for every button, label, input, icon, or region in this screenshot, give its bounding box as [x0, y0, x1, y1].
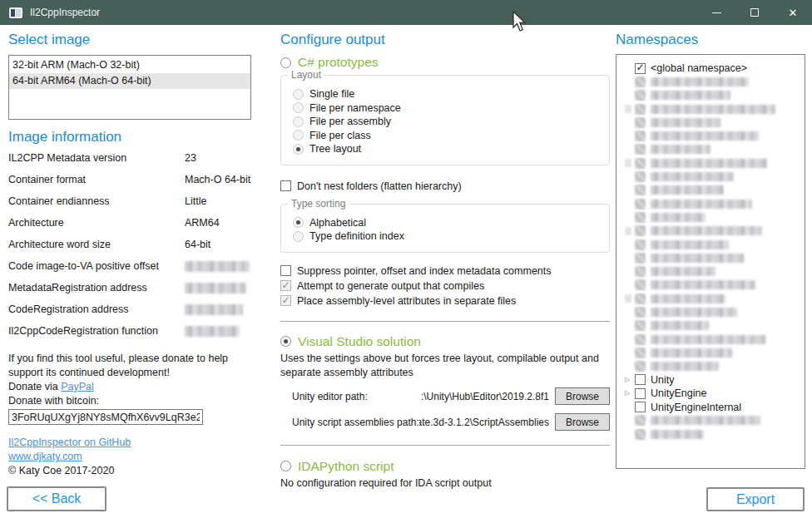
image-list-item[interactable]: 32-bit ARM (Mach-O 32-bit): [9, 57, 250, 73]
namespace-item-unityengine[interactable]: ▷ UnityEngine: [616, 387, 805, 400]
namespace-item-redacted[interactable]: [616, 224, 805, 238]
redacted-namespace-text: [651, 267, 715, 276]
app-icon: [9, 7, 22, 18]
namespace-item-redacted[interactable]: [616, 319, 805, 333]
radio-visual-studio-solution[interactable]: Visual Studio solution: [280, 334, 610, 349]
checkbox-icon: [635, 374, 646, 385]
namespace-item-redacted[interactable]: [616, 156, 805, 170]
copyright-text: © Katy Coe 2017-2020: [8, 464, 251, 478]
radio-idapython-script[interactable]: IDAPython script: [280, 459, 610, 474]
namespace-item-redacted[interactable]: [616, 346, 805, 359]
namespace-item-redacted[interactable]: [616, 143, 805, 156]
image-listbox[interactable]: 32-bit ARM (Mach-O 32-bit) 64-bit ARM64 …: [8, 55, 251, 120]
namespace-item-redacted[interactable]: [616, 129, 805, 142]
unity-script-path-field[interactable]: ate.3d-3.1.2\ScriptAssemblies: [419, 417, 555, 428]
info-label: Code image-to-VA positive offset: [8, 260, 185, 272]
namespace-item-redacted[interactable]: [616, 210, 805, 224]
table-row: Container endianness Little: [8, 195, 251, 217]
namespace-item-redacted[interactable]: [616, 279, 805, 292]
donate-text: If you find this tool useful, please don…: [8, 352, 251, 380]
expander-redacted: [625, 159, 631, 167]
paypal-link[interactable]: PayPal: [61, 381, 94, 392]
table-row: IL2CPP Metadata version 23: [8, 152, 251, 174]
radio-csharp-prototypes[interactable]: C# prototypes: [280, 55, 610, 70]
checkbox-compilable-output[interactable]: ✓ Attempt to generate output that compil…: [280, 279, 610, 294]
expander-redacted: [625, 294, 631, 303]
redacted-namespace-text: [651, 77, 749, 86]
redacted-namespace-text: [651, 430, 704, 439]
namespace-item-redacted[interactable]: [616, 89, 805, 102]
minimize-button[interactable]: [697, 0, 735, 25]
checkbox-label: Place assembly-level attributes in separ…: [297, 295, 516, 307]
info-value: 23: [185, 152, 251, 164]
namespace-item-redacted[interactable]: [616, 102, 805, 116]
browse-script-path-button[interactable]: Browse: [555, 413, 610, 431]
namespace-item-redacted[interactable]: [616, 414, 805, 427]
layout-groupbox: Layout Single file File per namespace Fi…: [280, 75, 610, 165]
namespace-item-redacted[interactable]: [616, 197, 805, 210]
checkbox-icon-checked: ✓: [635, 63, 646, 74]
namespace-item-unityengineinternal[interactable]: UnityEngineInternal: [616, 400, 805, 413]
namespace-item-redacted[interactable]: [616, 116, 805, 129]
namespace-item-unity[interactable]: ▷ Unity: [616, 373, 805, 387]
radio-alphabetical[interactable]: Alphabetical: [293, 216, 601, 229]
close-button[interactable]: ✕: [774, 0, 812, 25]
namespace-item-redacted[interactable]: [616, 238, 805, 251]
checkbox-redacted: [635, 253, 646, 264]
redacted-namespace-text: [651, 348, 732, 358]
info-label: Container endianness: [8, 195, 185, 207]
radio-single-file[interactable]: Single file: [293, 87, 601, 101]
info-label: IL2CPP Metadata version: [8, 152, 185, 164]
image-list-item-selected[interactable]: 64-bit ARM64 (Mach-O 64-bit): [9, 73, 250, 89]
radio-icon: [293, 102, 304, 113]
radio-file-per-assembly[interactable]: File per assembly: [293, 115, 601, 128]
namespace-item-redacted[interactable]: [616, 264, 805, 278]
radio-label: C# prototypes: [298, 55, 379, 70]
namespace-item-redacted[interactable]: [616, 251, 805, 264]
unity-editor-path-field[interactable]: :\Unity\Hub\Editor\2019.2.8f1: [368, 391, 555, 402]
bitcoin-address-input[interactable]: [8, 409, 203, 425]
github-link[interactable]: Il2CppInspector on GitHub: [8, 437, 131, 448]
radio-icon: [293, 130, 304, 141]
checkbox-redacted: [635, 76, 646, 87]
radio-tree-layout[interactable]: Tree layout: [293, 142, 601, 155]
namespace-item-redacted[interactable]: [616, 292, 805, 305]
checkbox-redacted: [635, 429, 646, 440]
namespace-item-redacted[interactable]: [616, 305, 805, 318]
export-button[interactable]: Export: [706, 487, 805, 511]
namespaces-listbox[interactable]: ✓ <global namespace> ▷ Unity ▷ UnityEngi…: [616, 54, 805, 469]
checkbox-redacted: [635, 348, 646, 358]
radio-file-per-namespace[interactable]: File per namespace: [293, 101, 601, 115]
table-row: CodeRegistration address: [8, 303, 251, 325]
checkbox-icon: [280, 265, 291, 276]
checkbox-redacted: [635, 320, 646, 331]
expander-icon[interactable]: ▷: [625, 390, 635, 397]
radio-label: File per assembly: [309, 116, 391, 127]
namespace-item-redacted[interactable]: [616, 333, 805, 346]
radio-type-definition-index[interactable]: Type definition index: [293, 229, 601, 243]
donate-bitcoin-label: Donate with bitcoin:: [8, 394, 251, 408]
namespace-item-redacted[interactable]: [616, 360, 805, 373]
namespace-item-global[interactable]: ✓ <global namespace>: [616, 62, 805, 75]
checkbox-separate-attribute-files[interactable]: ✓ Place assembly-level attributes in sep…: [280, 294, 610, 308]
browse-editor-path-button[interactable]: Browse: [555, 387, 610, 405]
checkbox-suppress-comments[interactable]: Suppress pointer, offset and index metad…: [280, 264, 610, 279]
maximize-button[interactable]: [735, 0, 774, 25]
namespace-item-redacted[interactable]: [616, 75, 805, 88]
checkbox-redacted: [635, 334, 646, 345]
namespace-item-redacted[interactable]: [616, 427, 805, 441]
radio-file-per-class[interactable]: File per class: [293, 129, 601, 142]
checkbox-redacted: [635, 307, 646, 318]
website-link[interactable]: www.djkaty.com: [8, 451, 82, 462]
select-image-heading: Select image: [8, 32, 251, 48]
type-sorting-groupbox: Type sorting Alphabetical Type definitio…: [280, 204, 610, 253]
radio-icon-selected: [293, 217, 304, 228]
info-value-redacted: [185, 303, 251, 315]
namespace-item-redacted[interactable]: [616, 170, 805, 183]
namespace-item-redacted[interactable]: [616, 184, 805, 197]
checkbox-redacted: [635, 294, 646, 304]
namespaces-panel: Namespaces ✓ <global namespace> ▷ Unity …: [616, 32, 805, 469]
expander-icon[interactable]: ▷: [625, 377, 635, 383]
back-button[interactable]: << Back: [7, 486, 106, 511]
checkbox-flatten-hierarchy[interactable]: Don't nest folders (flatten hierarchy): [280, 179, 610, 194]
